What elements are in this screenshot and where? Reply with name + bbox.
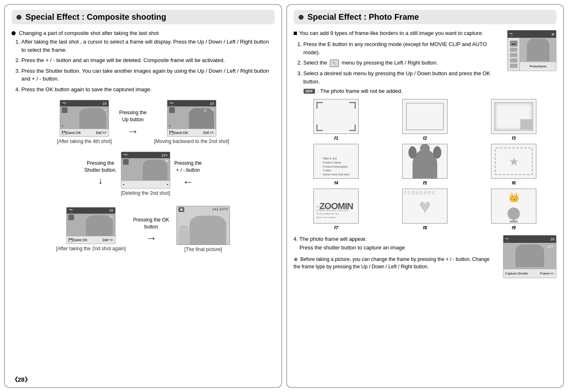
frame-label-2: f2 [423,136,427,141]
step-3: Press the Shutter button. You can take a… [21,67,275,83]
frame-label-8: f8 [423,225,427,230]
title-dot [16,15,21,20]
ok-button-label: Pressing the OKbutton [133,217,169,231]
bottom-section: 4. The photo frame will appear. Press th… [294,235,557,278]
camera-image-2: 📷 18 10+ ♦ ⊞ 💾Save:OK Del:+/- [167,100,216,137]
intro-row: You can add 9 types of frame-like border… [294,30,557,94]
frame-grid: f1 f2 f3 Take it, [294,99,557,230]
camera-image-1: 📷 18 10+ ⊞ ♦ 💾Save:OK Del:+/- [60,100,109,137]
step4-row: 4. The photo frame will appear. Press th… [294,235,557,278]
frame-item-2: f2 [382,99,468,141]
intro-text: You can add 9 types of frame-like border… [299,30,484,36]
camera-image-3: 📷 10+ ⊞ ▪ ▪ [121,152,170,189]
frame-label-7: f7 [334,225,338,230]
right-panel: Special Effect : Photo Frame You can add… [286,4,564,388]
caption-4: [After taking the 2nd shot again] [56,246,125,251]
frame-box-4: Take it, but Product Name Product Descri… [313,144,359,179]
step4-text-col: 4. The photo frame will appear. Press th… [294,235,498,270]
frame-label-6: f6 [512,180,516,185]
right-step-2: Select the 🔧 menu by pressing the Left /… [304,59,503,67]
steps-column: You can add 9 types of frame-like border… [294,30,503,94]
caption-2: [Moving backward to the 2nd shot] [154,138,229,144]
frame-label-4: f4 [334,180,338,185]
frame-box-6: ★ [491,144,536,179]
off-note-text: : The photo frame will not be added. [318,88,403,94]
off-badge: OFF [304,89,315,94]
plus-button-label: Pressing the+ / - button [174,160,202,174]
right-cam-group: 📷 ⊞ 📷 Photoframe [507,30,556,71]
page: Special Effect : Composite shooting Chan… [0,0,568,392]
steps-list: After taking the last shot , a cursor to… [12,38,275,93]
intro-text-row: You can add 9 types of frame-like border… [294,30,503,36]
bullet-dot [12,31,16,35]
shutter-group: Pressing theShutter button. ↓ [84,160,117,186]
right-camera-image: 📷 ⊞ 📷 Photoframe [507,30,556,71]
off-note-row: OFF : The photo frame will not be added. [304,88,503,94]
frame-item-5: f5 [382,144,468,185]
caption-5: [The final picture] [184,247,222,252]
frame-box-5 [402,144,447,179]
camera-image-5: 141-2272 ▣ [176,206,230,245]
right-steps-list: Press the E button in any recording mode… [294,40,503,85]
frame-box-1 [313,99,359,134]
right-section-title: Special Effect : Photo Frame [294,10,557,24]
frame-box-8: ♥ F·L·O·V·E·R·O·C [402,189,447,224]
frame-item-8: ♥ F·L·O·V·E·R·O·C f8 [382,189,468,230]
frame-label-3: f3 [512,136,516,141]
bullet-list: Changing a part of composite shot after … [12,30,275,36]
frame-box-3 [491,99,536,134]
step4-text: 4. The photo frame will appear. Press th… [294,235,498,252]
left-panel: Special Effect : Composite shooting Chan… [4,4,282,388]
camera-image-4: 📷 18 10+ 💾Save:OK Del:+/- [66,207,116,244]
right-title-dot [299,15,304,20]
right-step-3: Select a desired sub menu by pressing th… [304,69,503,85]
frame-item-9: 👑 f9 [471,189,556,230]
frame-item-1: f1 [294,99,379,141]
caption-1: [After taking the 4th shot] [57,138,111,144]
final-camera-image: 📷 18 10+ Capture:Shutter Frame:+/- [503,235,556,278]
diagram-row-1: 📷 18 10+ ⊞ ♦ 💾Save:OK Del:+/- [12,100,275,148]
step-2: Press the + / - button and an image will… [21,56,275,65]
frame-item-4: Take it, but Product Name Product Descri… [294,144,379,185]
left-title-text: Special Effect : Composite shooting [26,12,166,22]
step-1: After taking the last shot , a cursor to… [21,38,275,54]
frame-item-6: ★ f6 [471,144,556,185]
frame-box-9: 👑 [491,189,536,224]
frame-box-7: ZOOMIN Product Name Product Description … [313,189,359,224]
frame-box-2 [402,99,447,134]
right-step-1: Press the E button in any recording mode… [304,40,503,56]
diagram-row-3: 📷 18 10+ 💾Save:OK Del:+/- [After taking … [12,206,275,256]
up-button-label: Pressing theUp button [119,109,147,123]
frame-label-9: f9 [512,225,516,230]
note-text: ※ Before taking a picture, you can chang… [294,256,498,270]
frame-item-3: f3 [471,99,556,141]
bullet-item: Changing a part of composite shot after … [12,30,275,36]
bullet-main-text: Changing a part of composite shot after … [19,30,159,36]
page-number: 《28》 [12,376,31,384]
left-section-title: Special Effect : Composite shooting [12,10,275,24]
final-cam-group: 📷 18 10+ Capture:Shutter Frame:+/- [503,235,556,278]
caption-3: [Deleting the 2nd shot] [121,190,170,196]
frame-item-7: ZOOMIN Product Name Product Description … [294,189,379,230]
frame-label-5: f5 [423,180,427,185]
square-bullet [294,32,297,35]
right-title-text: Special Effect : Photo Frame [308,12,419,22]
shutter-label: Pressing theShutter button. [84,160,117,174]
step-4: Press the OK button again to save the ca… [21,85,275,94]
menu-icon: 🔧 [330,60,339,67]
frame-label-1: f1 [334,136,338,141]
diagram-row-2: Pressing theShutter button. ↓ 📷 10+ ⊞ [12,152,275,199]
